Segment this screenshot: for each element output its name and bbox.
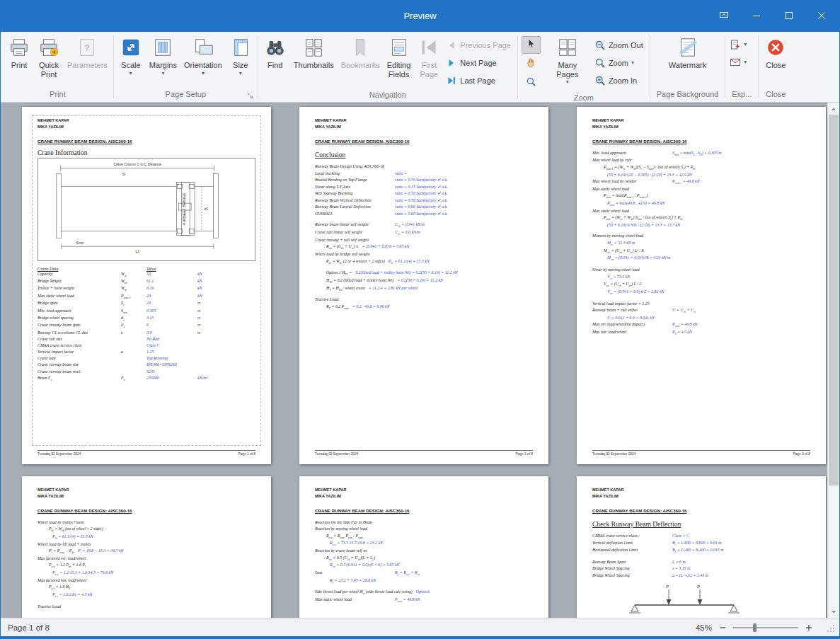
- page-line: Wheel load by lift load + trolley: [38, 541, 255, 548]
- margins-button[interactable]: Margins ▾: [146, 33, 180, 77]
- scroll-up-arrow[interactable]: [828, 103, 839, 115]
- document-page-1[interactable]: MEHMET KAPARMIKA YAZILIMCRANE RUNWAY BEA…: [22, 107, 271, 464]
- t: CMMA crane service class :: [592, 533, 669, 540]
- t: Pmax-1 = (Wrc + Wth)(Sr − Smin) / (no of…: [604, 165, 696, 169]
- document-page-4[interactable]: MEHMET KAPARMIKA YAZILIMCRANE RUNWAY BEA…: [22, 476, 271, 618]
- c2: [121, 355, 146, 362]
- scroll-down-arrow[interactable]: [828, 606, 839, 618]
- hand-tool-button[interactable]: [522, 55, 541, 73]
- close-preview-button[interactable]: Close: [761, 33, 790, 71]
- zoom-tool-button[interactable]: [522, 74, 541, 92]
- page-indicator: Page 1 of 8: [8, 623, 696, 632]
- watermark-button[interactable]: Watermark: [665, 33, 710, 71]
- orientation-button[interactable]: Orientation ▾: [180, 33, 226, 77]
- c2: e: [121, 330, 146, 336]
- sub-glyph: br: [391, 261, 393, 265]
- zoom-out-statusbar-button[interactable]: [717, 622, 728, 633]
- zoom-slider-thumb[interactable]: [753, 623, 756, 632]
- document-page-5[interactable]: MEHMET KAPARMIKA YAZILIMCRANE RUNWAY BEA…: [299, 476, 548, 618]
- zoom-in-button[interactable]: Zoom In: [592, 71, 648, 89]
- chevron-down-icon: ▾: [566, 79, 569, 85]
- t: Check Runway Beam Deflection: [592, 521, 681, 528]
- page-line: Tractive Load: [38, 604, 255, 611]
- sub-glyph: T2: [339, 288, 342, 292]
- maximize-button[interactable]: [773, 0, 805, 32]
- page-line: Ry = 23.2 + 5.65 = 28.8 kN: [326, 577, 533, 585]
- scale-button[interactable]: Scale ▾: [116, 33, 146, 77]
- find-button[interactable]: Find: [260, 33, 290, 71]
- ribbon-options-button[interactable]: [708, 0, 740, 32]
- document-page-3[interactable]: MEHMET KAPARMIKA YAZILIMCRANE RUNWAY BEA…: [577, 107, 826, 464]
- page-line: U = 0.941 + 0.0 = 0.941 kN: [604, 315, 810, 322]
- table-row: CMAA crane service classClass C: [38, 342, 255, 349]
- t: Rsw = (Urb + Ucr) L: [326, 244, 359, 248]
- page-setup-dialog-launcher-icon[interactable]: [246, 91, 255, 100]
- pointer-tool-button[interactable]: [522, 36, 541, 54]
- ribbon-group-navigation: Find Thumbnails Bookmarks Editing Fields…: [259, 32, 517, 102]
- sub-glyph: v: [675, 543, 677, 546]
- text-glyph: 4 WHEEL BRIDGE: [182, 192, 186, 224]
- c4: m: [197, 330, 255, 336]
- zoom-slider[interactable]: [733, 623, 798, 633]
- text-glyph: P: [696, 584, 700, 589]
- document-page-6[interactable]: MEHMET KAPARMIKA YAZILIMCRANE RUNWAY BEA…: [577, 476, 826, 618]
- minimize-button[interactable]: [740, 0, 773, 32]
- div-glyph: MEHMET KAPAR: [315, 487, 533, 493]
- zoom-in-statusbar-button[interactable]: [803, 622, 815, 633]
- sub-glyph: u-y: [406, 572, 410, 576]
- page-line: Max static wheel load: [592, 186, 810, 193]
- sub-glyph: u-y: [329, 536, 333, 539]
- page-line: Moment by moving wheel load: [592, 233, 810, 240]
- printer-icon: [8, 36, 30, 59]
- sub-glyph: T: [329, 306, 330, 310]
- send-email-button[interactable]: ▾: [727, 53, 751, 71]
- page-doc-title: CRANE RUNWAY BEAM DESIGN: AISC360-16: [315, 139, 533, 144]
- last-page-button[interactable]: Last Page: [444, 71, 515, 89]
- chevron-down-icon: ▾: [631, 60, 634, 66]
- sub-glyph: sw: [329, 558, 332, 561]
- table-row: Trolley + hoist weightWth6.19kN: [38, 285, 255, 292]
- quick-print-button-label: Quick Print: [39, 61, 59, 79]
- editing-fields-button[interactable]: Editing Fields: [384, 33, 415, 79]
- b: Rsw = 0.5·(0.941 + 0.0)·(6 + 6) = 5.65 k…: [330, 563, 400, 567]
- next-page-button[interactable]: Next Page: [444, 54, 515, 71]
- page-line: Reaction by crane beam self wt: [315, 548, 533, 555]
- export-document-button[interactable]: ▾: [727, 35, 751, 53]
- div-glyph: MIKA YAZILIM: [315, 493, 533, 500]
- sub-glyph: u-t: [55, 594, 58, 598]
- zoom-slider-track[interactable]: [733, 627, 798, 628]
- page-line: HT = HT2 / wheel count= 11.2/4 = 2.81 kN…: [326, 285, 533, 293]
- sub-glyph: max-v: [675, 181, 682, 185]
- quick-print-button[interactable]: Quick Print: [34, 33, 64, 79]
- close-icon: [764, 36, 787, 59]
- scrollbar-thumb[interactable]: [829, 115, 839, 485]
- div-glyph: MIKA YAZILIM: [38, 124, 255, 130]
- page-header: MEHMET KAPARMIKA YAZILIM: [38, 117, 255, 130]
- print-button[interactable]: Print: [4, 33, 34, 71]
- email-icon: [730, 57, 741, 68]
- close-window-button[interactable]: [805, 0, 838, 32]
- document-page-2[interactable]: MEHMET KAPARMIKA YAZILIMCRANE RUNWAY BEA…: [299, 107, 548, 464]
- page-line: Pu-y = 1.2·15.3 + 1.6·34.5 = 73.6 kN: [49, 570, 255, 577]
- b: Bv = L/600 = 6/600 = 0.01 m: [672, 541, 721, 545]
- size-button[interactable]: Size ▾: [226, 33, 255, 77]
- b: Ucr = 0.0 kN/m: [395, 230, 420, 234]
- path-glyph: [698, 599, 702, 604]
- sub-glyph: l: [81, 551, 81, 554]
- sub-glyph: cr: [694, 310, 696, 313]
- c3: 0.305: [146, 308, 197, 315]
- t: Crane rail linear self weight: [315, 229, 391, 236]
- t: Runway Beam Lateral Deflection: [315, 204, 391, 211]
- span-glyph: Tuesday,02 September 2024: [592, 452, 635, 456]
- zoom-out-button[interactable]: Zoom Out: [592, 36, 648, 54]
- many-pages-button[interactable]: Many Pages ▾: [543, 33, 592, 86]
- c4: m: [197, 322, 255, 329]
- vertical-scrollbar[interactable]: [827, 103, 839, 618]
- page-line: Runway Beam Vertical Deflectionratio = 0…: [315, 197, 533, 205]
- previous-page-icon: [446, 40, 457, 51]
- editing-fields-button-label: Editing Fields: [387, 61, 411, 79]
- t: Max static wheel load: [315, 597, 391, 604]
- thumbnails-button[interactable]: Thumbnails: [290, 33, 338, 71]
- zoom-button[interactable]: Zoom ▾: [592, 54, 648, 71]
- rect-glyph: [57, 173, 62, 238]
